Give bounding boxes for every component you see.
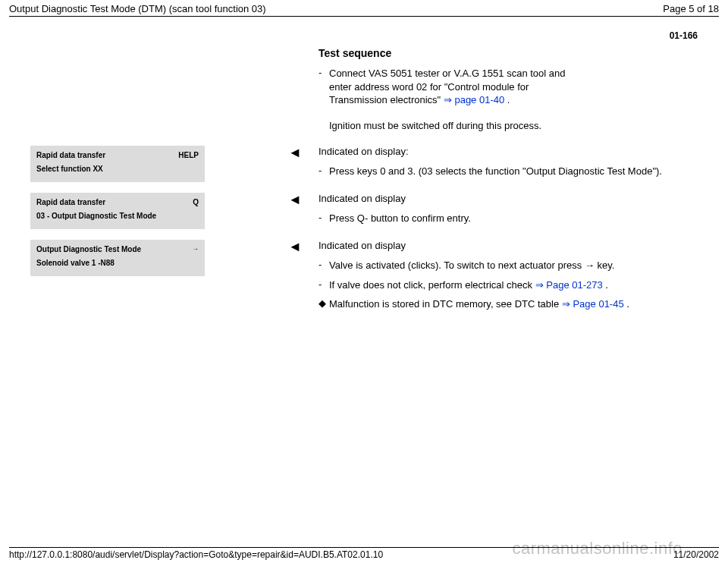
display1-line2: Select function XX xyxy=(36,164,199,175)
pointer-icon: ◄ xyxy=(288,193,318,206)
display2-line2: 03 - Output Diagnostic Test Mode xyxy=(36,211,199,222)
link-page-01-40[interactable]: page 01-40 xyxy=(454,94,504,105)
block3-heading: Indicated on display xyxy=(318,240,698,251)
note1-text: Ignition must be switched off during thi… xyxy=(329,120,541,131)
block1-heading: Indicated on display: xyxy=(318,146,698,157)
b3-1-before: Valve is activated (clicks). To switch t… xyxy=(329,259,585,271)
note-ignition-off: Ignition must be switched off during thi… xyxy=(318,115,576,133)
step-connect: - Connect VAS 5051 tester or V.A.G 1551 … xyxy=(318,67,576,107)
arrow-right-icon: → xyxy=(192,244,199,255)
pointer-icon: ◄ xyxy=(288,240,318,253)
block2-text: Press Q- button to confirm entry. xyxy=(329,212,698,225)
b3-3-before: Malfunction is stored in DTC memory, see… xyxy=(329,298,562,310)
header-page: Page 5 of 18 xyxy=(663,3,719,14)
page-header: Output Diagnostic Test Mode (DTM) (scan … xyxy=(0,0,728,16)
block1-text: Press keys 0 and 3. (03 selects the func… xyxy=(329,165,698,178)
b3-2-before: If valve does not click, perform electri… xyxy=(329,279,535,291)
content-area: Test sequence - Connect VAS 5051 tester … xyxy=(0,47,728,311)
link-arrow-icon: ⇒ xyxy=(562,298,570,310)
bullet-dash: - xyxy=(318,259,329,272)
display2-line1-left: Rapid data transfer xyxy=(36,197,105,208)
b3-1-after: key. xyxy=(595,259,615,271)
b3-2-after: . xyxy=(603,279,608,291)
display2-line1-right: Q xyxy=(193,197,199,208)
bullet-dash: - xyxy=(318,67,329,107)
display3-line2: Solenoid valve 1 -N88 xyxy=(36,258,199,269)
scan-tool-display-2: Rapid data transfer Q 03 - Output Diagno… xyxy=(30,193,205,229)
arrow-right-icon: → xyxy=(585,259,595,271)
link-page-01-45[interactable]: Page 01-45 xyxy=(573,298,623,310)
display1-line1-left: Rapid data transfer xyxy=(36,150,105,161)
step1-text-after: . xyxy=(504,94,510,105)
page-footer: http://127.0.0.1:8080/audi/servlet/Displ… xyxy=(0,547,728,563)
link-page-01-273[interactable]: Page 01-273 xyxy=(546,279,602,291)
header-title: Output Diagnostic Test Mode (DTM) (scan … xyxy=(9,3,266,14)
section-title: Test sequence xyxy=(318,47,576,59)
display3-line1-left: Output Diagnostic Test Mode xyxy=(36,244,141,255)
bullet-dash: - xyxy=(318,278,329,292)
link-arrow-icon: ⇒ xyxy=(535,279,544,291)
footer-url: http://127.0.0.1:8080/audi/servlet/Displ… xyxy=(9,549,383,560)
scan-tool-display-3: Output Diagnostic Test Mode → Solenoid v… xyxy=(30,240,205,276)
scan-tool-display-1: Rapid data transfer HELP Select function… xyxy=(30,146,205,182)
display1-line1-right: HELP xyxy=(178,150,199,161)
bullet-diamond-icon: ◆ xyxy=(318,297,329,311)
bullet-dash: - xyxy=(318,165,329,178)
bullet-dash: - xyxy=(318,212,329,225)
pointer-icon: ◄ xyxy=(288,146,318,159)
block2-heading: Indicated on display xyxy=(318,193,698,204)
b3-3-after: . xyxy=(624,298,629,310)
page-code: 01-166 xyxy=(0,17,728,41)
link-arrow-icon: ⇒ xyxy=(444,94,452,105)
footer-date: 11/20/2002 xyxy=(673,549,719,560)
